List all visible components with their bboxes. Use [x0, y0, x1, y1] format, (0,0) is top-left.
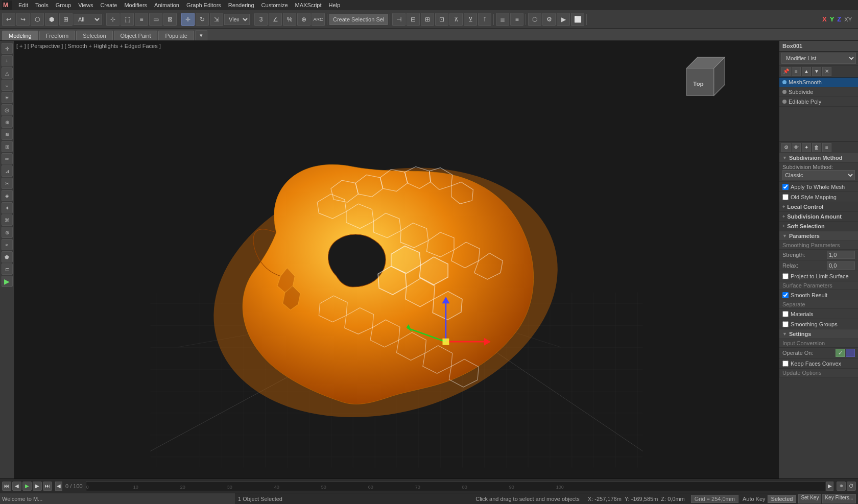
- sculpt-tool[interactable]: ⌘: [2, 214, 13, 226]
- angle-snap[interactable]: ∠: [269, 13, 282, 26]
- arc-text-button[interactable]: ARC: [312, 13, 325, 26]
- render-setup[interactable]: ⚙: [542, 13, 556, 26]
- bind-space-button[interactable]: ⊞: [59, 13, 73, 26]
- select-button[interactable]: ⊹: [106, 13, 120, 26]
- viewport[interactable]: [ + ] [ Perspective ] [ Smooth + Highlig…: [14, 41, 779, 478]
- mod-show-result[interactable]: 👁: [792, 143, 801, 152]
- menu-rendering[interactable]: Rendering: [225, 0, 257, 10]
- subdivision-method-section[interactable]: ▼ Subdivision Method: [779, 153, 858, 163]
- isolate-tool[interactable]: ◈: [2, 190, 13, 201]
- menu-modifiers[interactable]: Modifiers: [121, 0, 150, 10]
- subdivision-method-select[interactable]: Classic: [782, 170, 855, 180]
- render-button[interactable]: ⬜: [571, 13, 584, 26]
- menu-animation[interactable]: Animation: [151, 0, 182, 10]
- project-limit-input[interactable]: [782, 273, 789, 279]
- mod-icon-delete[interactable]: ✕: [822, 67, 831, 76]
- link-button[interactable]: ⬡: [31, 13, 44, 26]
- toggle-layer-explorer[interactable]: ≡: [510, 13, 523, 26]
- rotate-button[interactable]: ↻: [196, 13, 209, 26]
- redo-button[interactable]: ↪: [16, 13, 30, 26]
- tab-modeling[interactable]: Modeling: [2, 31, 38, 40]
- menu-tools[interactable]: Tools: [32, 0, 52, 10]
- tab-selection[interactable]: Selection: [76, 31, 112, 40]
- mod-make-unique[interactable]: ✦: [802, 143, 811, 152]
- ribbon-more-button[interactable]: ▾: [195, 30, 207, 40]
- smooth-tool[interactable]: ⬟: [2, 251, 13, 262]
- materials-checkbox[interactable]: Materials: [782, 311, 814, 317]
- key-mode-button[interactable]: ⊕: [837, 482, 846, 491]
- materials-input[interactable]: [782, 311, 789, 317]
- relax-value[interactable]: 0,0: [827, 261, 855, 270]
- subdivision-amount-section[interactable]: + Subdivision Amount: [779, 212, 858, 222]
- apply-whole-mesh-checkbox[interactable]: Apply To Whole Mesh: [782, 184, 845, 190]
- old-style-mapping-checkbox[interactable]: Old Style Mapping: [782, 194, 837, 200]
- lights-tool[interactable]: ☀: [2, 92, 13, 103]
- mod-item-meshsmooth[interactable]: MeshSmooth: [779, 78, 858, 87]
- menu-edit[interactable]: Edit: [15, 0, 31, 10]
- brush-tool[interactable]: ⊛: [2, 227, 13, 238]
- mirror-button[interactable]: ⊣: [392, 13, 406, 26]
- menu-graph-editors[interactable]: Graph Editors: [183, 0, 224, 10]
- project-limit-checkbox[interactable]: Project to Limit Surface: [782, 273, 849, 279]
- modifier-list-dropdown[interactable]: Modifier List: [781, 53, 856, 64]
- spinner-snap[interactable]: ⊕: [297, 13, 311, 26]
- menu-customize[interactable]: Customize: [258, 0, 291, 10]
- mod-icon-move-up[interactable]: ▲: [802, 67, 811, 76]
- parameters-section[interactable]: ▼ Parameters: [779, 231, 858, 241]
- shapes-tool[interactable]: ○: [2, 80, 13, 91]
- soft-selection-section[interactable]: + Soft Selection: [779, 222, 858, 231]
- cameras-tool[interactable]: ◎: [2, 104, 13, 115]
- keep-faces-convex-checkbox[interactable]: Keep Faces Convex: [782, 361, 841, 367]
- menu-maxscript[interactable]: MAXScript: [292, 0, 325, 10]
- measure-tool[interactable]: ⊿: [2, 165, 13, 177]
- space-warps-tool[interactable]: ≋: [2, 129, 13, 140]
- set-key-button[interactable]: Set Key: [798, 494, 821, 503]
- paint-tool[interactable]: ✏: [2, 153, 13, 164]
- undo-button[interactable]: ↩: [2, 13, 15, 26]
- select-region-button[interactable]: ⬚: [121, 13, 134, 26]
- play-button[interactable]: ▶: [2, 276, 13, 287]
- move-button[interactable]: ✛: [181, 13, 195, 26]
- select-move-tool[interactable]: ✛: [2, 43, 13, 54]
- align-camera-button[interactable]: ⊻: [464, 13, 477, 26]
- tab-freeform[interactable]: Freeform: [39, 31, 76, 40]
- menu-group[interactable]: Group: [53, 0, 75, 10]
- smear-tool[interactable]: ≈: [2, 239, 13, 250]
- helpers-tool[interactable]: ⊕: [2, 116, 13, 128]
- window-cross-button[interactable]: ⊠: [163, 13, 177, 26]
- play-button-timeline[interactable]: ▶: [22, 482, 32, 491]
- rectangular-select-button[interactable]: ▭: [149, 13, 162, 26]
- snaps-toggle[interactable]: 3: [254, 13, 268, 26]
- strength-value[interactable]: 1,0: [827, 251, 855, 259]
- mod-icon-list[interactable]: ≡: [792, 67, 801, 76]
- timeline-scroll-right[interactable]: ▶: [826, 482, 833, 491]
- align-view-button[interactable]: ⊺: [478, 13, 491, 26]
- quick-align-button[interactable]: ⊞: [421, 13, 434, 26]
- prev-frame-button[interactable]: ◀: [12, 482, 21, 491]
- smooth-result-input[interactable]: [782, 292, 789, 298]
- geometry-tool[interactable]: △: [2, 67, 13, 79]
- timeline-scroll-left[interactable]: ◀: [55, 482, 62, 491]
- time-config-button[interactable]: ⏱: [847, 482, 856, 491]
- local-control-section[interactable]: + Local Control: [779, 202, 858, 212]
- unlink-button[interactable]: ⬢: [45, 13, 58, 26]
- material-editor[interactable]: ⬡: [528, 13, 541, 26]
- menu-help[interactable]: Help: [326, 0, 344, 10]
- tab-populate[interactable]: Populate: [158, 31, 194, 40]
- view-dropdown[interactable]: View: [224, 14, 250, 25]
- mod-type-icon[interactable]: ⚙: [781, 143, 791, 152]
- normal-align-button[interactable]: ⊡: [435, 13, 448, 26]
- old-style-mapping-input[interactable]: [782, 194, 789, 200]
- operate-on-box[interactable]: [846, 349, 855, 357]
- mod-icon-move-down[interactable]: ▼: [812, 67, 821, 76]
- render-frame[interactable]: ▶: [557, 13, 570, 26]
- place-highlight-button[interactable]: ⊼: [449, 13, 463, 26]
- scale-button[interactable]: ⇲: [210, 13, 223, 26]
- key-filters-button[interactable]: Key Filters...: [822, 494, 856, 503]
- smooth-result-checkbox[interactable]: Smooth Result: [782, 292, 827, 298]
- smoothing-groups-checkbox[interactable]: Smoothing Groups: [782, 321, 838, 327]
- create-tool[interactable]: +: [2, 55, 13, 66]
- menu-views[interactable]: Views: [75, 0, 96, 10]
- smoothing-groups-input[interactable]: [782, 321, 789, 327]
- apply-whole-mesh-input[interactable]: [782, 184, 789, 190]
